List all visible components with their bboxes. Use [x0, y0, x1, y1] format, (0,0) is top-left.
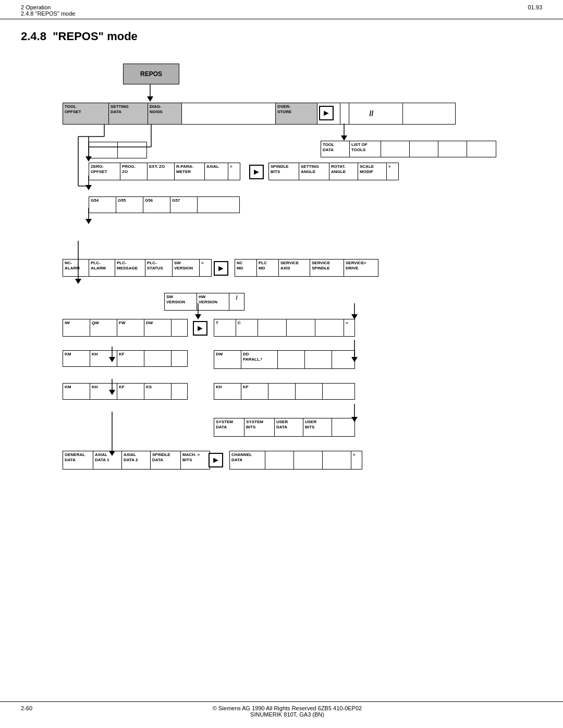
fw-label: FW	[119, 320, 125, 326]
plc-alarm-label: PLC-ALARM	[91, 261, 106, 270]
spindle-row: SPINDLEBITS SETTINGANGLE ROTAT.ANGLE SCA…	[268, 163, 399, 180]
blank-ch3	[323, 451, 351, 469]
blank-g	[198, 197, 239, 213]
kh-kf-row: KH KF	[214, 383, 355, 400]
g54-label: G54	[91, 198, 99, 203]
sw-version-label: SWVERSION	[166, 294, 185, 304]
blank-kf3-3	[323, 384, 354, 399]
over-store-label: OVER-STORE	[277, 104, 291, 114]
kh3-label: KH	[216, 385, 222, 390]
arrow-right-4[interactable]: ►	[193, 321, 207, 336]
blank-kf3-2	[296, 384, 323, 399]
top-row: TOOLOFFSET SETTINGDATA DIAG-NOSIS OVER-S…	[63, 103, 349, 125]
content: 2.4.8 "REPOS" mode	[0, 19, 563, 660]
blank-t1	[258, 319, 287, 336]
blank-ch1	[265, 451, 294, 469]
setting-data-cell: SETTINGDATA	[109, 103, 148, 124]
general-data-label: GENERALDATA	[65, 452, 85, 462]
footer-center: © Siemens AG 1990 All Rights Reserved 6Z…	[32, 705, 542, 718]
setting-data-label: SETTINGDATA	[111, 104, 129, 114]
kh1-cell: KH	[90, 351, 117, 366]
zero-offset-label: ZERO-OFFSET	[91, 164, 107, 174]
plc-alarm-cell: PLC-ALARM	[89, 260, 115, 276]
blank-t2	[287, 319, 315, 336]
kh3-cell: KH	[214, 384, 241, 399]
gt-cell: >	[228, 163, 240, 180]
scale-modif-cell: SCALEMODIF	[358, 163, 387, 180]
plc-message-cell: PLC-MESSAGE	[115, 260, 145, 276]
ext-zo-label: EXT. ZO	[149, 164, 165, 169]
plc-md-label: PLCMD	[259, 261, 267, 270]
blank-cell	[182, 103, 276, 124]
diag-nosis-label: DIAG-NOSIS	[150, 104, 163, 114]
spindle-data-cell: SPINDLEDATA	[151, 451, 181, 469]
svg-marker-1	[147, 96, 153, 102]
blank-sys	[332, 418, 354, 436]
axial-cell: AXIAL	[205, 163, 228, 180]
hw-version-cell: HWVERSION	[197, 293, 229, 310]
scale-modif-label: SCALEMODIF	[360, 164, 374, 174]
r-para-cell: R-PARA-METER	[175, 163, 205, 180]
t-label: T	[216, 320, 218, 326]
blank3	[438, 141, 467, 157]
system-data-label: SYSTEMDATA	[216, 419, 233, 429]
repos-box: REPOS	[123, 64, 179, 84]
right-panel-top: //	[340, 103, 456, 125]
arrow-right-5[interactable]: ►	[209, 453, 223, 467]
tool-offset-cell: TOOLOFFSET	[63, 103, 109, 124]
g55-cell: G55	[116, 197, 143, 213]
setting-angle-cell: SETTINGANGLE	[299, 163, 329, 180]
svg-marker-17	[75, 279, 81, 284]
km-cell: KM	[63, 351, 90, 366]
gt-label: >	[230, 164, 232, 169]
channel-data-cell: CHANNELDATA	[230, 451, 265, 469]
blank1	[381, 141, 410, 157]
blank-km2	[172, 351, 187, 366]
list-tools-label: LIST OFTOOLS	[351, 142, 368, 152]
kh2-label: KH	[92, 385, 98, 390]
sub-blank2	[118, 142, 146, 158]
blank-km1	[144, 351, 172, 366]
blank-dd3	[332, 351, 354, 368]
blank-kf3-1	[268, 384, 296, 399]
axial-data2-cell: AXIALDATA 2	[122, 451, 151, 469]
diagram: REPOS TOOLOFFSET SETTINGDATA DIAG-NOSIS …	[31, 56, 532, 629]
sub-blank1	[89, 142, 118, 158]
sub-left-boxes	[89, 142, 147, 158]
diag-nosis-cell: DIAG-NOSIS	[148, 103, 182, 124]
gt-cell2: >	[387, 163, 398, 180]
svg-marker-15	[341, 135, 347, 141]
blank-ks	[172, 384, 187, 399]
arrow-right-3[interactable]: ►	[214, 261, 228, 276]
blank-ch2	[294, 451, 323, 469]
kf1-label: KF	[119, 352, 125, 357]
arrow-right-2[interactable]: ►	[249, 165, 264, 179]
service-drive-cell: SERVICE>DRIVE	[344, 260, 378, 276]
dd-parall-cell: DDPARALL.*	[241, 351, 278, 368]
over-store-cell: OVER-STORE	[276, 103, 317, 124]
c-label: C	[238, 320, 241, 326]
t-c-row: T C >	[214, 319, 355, 337]
prog-zo-cell: PROG.ZO	[120, 163, 148, 180]
gt-label-ch: >	[353, 452, 356, 458]
sw-version-cell: SWVERSION	[165, 293, 197, 310]
km-label: KM	[65, 352, 71, 357]
header-right: 01.93	[528, 4, 542, 17]
km-ks-row: KM KH KF KS	[63, 383, 188, 400]
iw-row: IW QW FW DW	[63, 319, 188, 337]
dw2-label: DW	[216, 352, 223, 357]
km2-cell: KM	[63, 384, 90, 399]
tool-list-row: TOOLDATA LIST OFTOOLS	[321, 141, 496, 157]
g-offsets-row: G54 G55 G56 G57	[89, 196, 240, 213]
kf1-cell: KF	[117, 351, 144, 366]
nc-md-row: NCMD PLCMD SERVICEAXIS SERVICESPINDLE SE…	[235, 259, 378, 277]
blank-dd2	[305, 351, 332, 368]
sw-version-top-label: SWVERSION	[174, 261, 193, 270]
general-data-cell: GENERALDATA	[63, 451, 93, 469]
arrow-right-1[interactable]: ►	[319, 106, 334, 120]
sw-hw-row: SWVERSION HWVERSION /	[164, 293, 244, 311]
km-kh-kf-row: KM KH KF	[63, 350, 188, 367]
spindle-bits-label: SPINDLEBITS	[271, 164, 289, 174]
plc-status-label: PLC-STATUS	[147, 261, 163, 270]
plc-message-label: PLC-MESSAGE	[117, 261, 138, 270]
